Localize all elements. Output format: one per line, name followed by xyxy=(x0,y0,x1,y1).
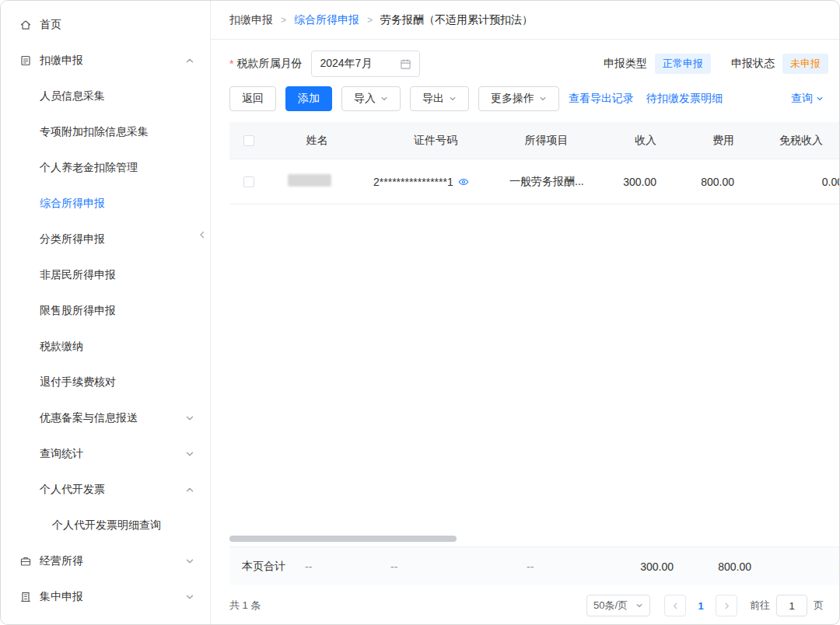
summary-income-item: -- xyxy=(523,560,604,573)
income-value: 300.00 xyxy=(587,176,669,188)
page-size-select[interactable]: 50条/页 xyxy=(586,595,650,616)
chevron-down-icon xyxy=(816,95,824,103)
id-number-value: 2****************1 xyxy=(373,176,453,188)
sidebar-item-personal-invoice-detail-query[interactable]: 个人代开发票明细查询 xyxy=(1,508,210,543)
sidebar-item-home[interactable]: 首页 xyxy=(1,7,210,43)
declare-type-label: 申报类型 xyxy=(604,57,647,71)
chevron-left-icon xyxy=(198,230,207,239)
column-header-income: 收入 xyxy=(587,134,669,148)
declare-type-badge: 正常申报 xyxy=(655,54,711,74)
sidebar-collapse-handle[interactable] xyxy=(196,223,208,246)
sidebar-item-tax-payment[interactable]: 税款缴纳 xyxy=(1,329,210,365)
page-title: 劳务报酬（不适用累计预扣法） xyxy=(380,13,533,27)
sidebar-item-label: 税款缴纳 xyxy=(40,340,83,354)
breadcrumb-item-withholding[interactable]: 扣缴申报 xyxy=(229,13,273,27)
app-window: 首页 扣缴申报 人员信息采集 专项附加扣除信息采集 个人养老金扣除管理 综合所得… xyxy=(0,0,840,625)
pagination-bar: 共 1 条 50条/页 1 前往 页 xyxy=(229,595,839,616)
sidebar-item-label: 个人代开发票 xyxy=(40,483,105,497)
sidebar-item-label: 查询统计 xyxy=(40,447,83,461)
chevron-down-icon xyxy=(185,414,194,423)
sidebar-item-query-statistics[interactable]: 查询统计 xyxy=(1,436,210,472)
breadcrumb-item-comprehensive-income[interactable]: 综合所得申报 xyxy=(294,13,359,27)
row-checkbox[interactable] xyxy=(243,176,254,187)
sidebar-item-nonresident-income[interactable]: 非居民所得申报 xyxy=(1,257,210,293)
chevron-up-icon xyxy=(185,56,194,65)
import-button[interactable]: 导入 xyxy=(341,86,401,111)
table-header-row: 姓名 证件号码 所得项目 收入 费用 免税收入 xyxy=(229,122,839,159)
sidebar-item-withholding-declaration[interactable]: 扣缴申报 xyxy=(1,43,210,79)
pending-withholding-invoice-link[interactable]: 待扣缴发票明细 xyxy=(646,92,723,106)
chevron-down-icon xyxy=(185,557,194,566)
toolbar: 返回 添加 导入 导出 更多操作 查看导出记录 待扣缴发票明细 查询 xyxy=(229,86,839,111)
sidebar-item-label: 扣缴申报 xyxy=(40,54,83,68)
chevron-right-icon xyxy=(723,602,731,610)
tax-month-picker[interactable] xyxy=(311,51,420,77)
next-page-button[interactable] xyxy=(716,595,737,616)
tax-month-label: 税款所属月份 xyxy=(236,57,302,71)
back-button[interactable]: 返回 xyxy=(229,86,276,111)
sidebar-item-personal-invoice[interactable]: 个人代开发票 xyxy=(1,472,210,508)
view-export-records-link[interactable]: 查看导出记录 xyxy=(569,92,634,106)
summary-income: 300.00 xyxy=(604,560,686,573)
query-link-label: 查询 xyxy=(791,92,813,106)
import-button-label: 导入 xyxy=(354,92,376,106)
column-header-income-item: 所得项目 xyxy=(506,134,587,148)
tax-month-input[interactable] xyxy=(320,58,400,70)
table-row[interactable]: 2****************1 一般劳务报酬... 300.00 800.… xyxy=(229,159,839,204)
breadcrumb: 扣缴申报 > 综合所得申报 > 劳务报酬（不适用累计预扣法） xyxy=(211,1,839,40)
reveal-id-icon[interactable] xyxy=(458,176,469,187)
sidebar-item-label: 综合所得申报 xyxy=(40,197,105,211)
sidebar-item-label: 专项附加扣除信息采集 xyxy=(40,125,149,139)
table-empty-space xyxy=(229,204,839,546)
income-item-value: 一般劳务报酬... xyxy=(506,175,587,189)
sidebar-item-label: 首页 xyxy=(40,18,61,32)
sidebar-item-label: 非居民所得申报 xyxy=(40,268,116,282)
declare-status-label: 申报状态 xyxy=(731,57,775,71)
sidebar-item-label: 限售股所得申报 xyxy=(40,304,116,318)
centralized-declaration-icon xyxy=(19,591,32,603)
tax-free-income-value: 0.00 xyxy=(747,176,839,188)
column-header-name: 姓名 xyxy=(268,134,366,148)
redacted-name xyxy=(288,174,331,187)
current-page[interactable]: 1 xyxy=(691,600,711,612)
sidebar-item-centralized-declaration[interactable]: 集中申报 xyxy=(1,579,210,615)
select-all-checkbox[interactable] xyxy=(243,135,254,146)
sidebar: 首页 扣缴申报 人员信息采集 专项附加扣除信息采集 个人养老金扣除管理 综合所得… xyxy=(1,1,211,624)
data-table: 姓名 证件号码 所得项目 收入 费用 免税收入 2***************… xyxy=(229,122,839,585)
export-button[interactable]: 导出 xyxy=(410,86,469,111)
sidebar-item-label: 人员信息采集 xyxy=(40,89,105,103)
sidebar-item-special-deduction-info[interactable]: 专项附加扣除信息采集 xyxy=(1,114,210,150)
chevron-up-icon xyxy=(185,485,194,494)
sidebar-item-label: 退付手续费核对 xyxy=(40,375,116,389)
export-button-label: 导出 xyxy=(422,92,444,106)
chevron-down-icon xyxy=(185,592,194,602)
main-panel: 扣缴申报 > 综合所得申报 > 劳务报酬（不适用累计预扣法） * 税款所属月份 … xyxy=(211,1,839,624)
column-header-fee: 费用 xyxy=(669,134,747,148)
filter-bar: * 税款所属月份 申报类型 正常申报 申报状态 未申报 xyxy=(229,51,839,77)
breadcrumb-separator: > xyxy=(281,15,286,26)
breadcrumb-separator: > xyxy=(367,15,373,26)
total-count: 共 1 条 xyxy=(229,599,261,613)
sidebar-item-pension-deduction[interactable]: 个人养老金扣除管理 xyxy=(1,150,210,186)
goto-page-input[interactable] xyxy=(776,595,807,616)
sidebar-item-business-income[interactable]: 经营所得 xyxy=(1,543,210,579)
add-button[interactable]: 添加 xyxy=(285,86,332,111)
prev-page-button[interactable] xyxy=(664,595,686,616)
summary-label: 本页合计 xyxy=(229,560,285,574)
query-link[interactable]: 查询 xyxy=(791,92,824,106)
sidebar-item-label: 经营所得 xyxy=(40,554,83,568)
calendar-icon xyxy=(400,58,411,70)
chevron-left-icon xyxy=(671,602,680,610)
horizontal-scrollbar[interactable] xyxy=(229,536,457,542)
sidebar-item-personnel-info[interactable]: 人员信息采集 xyxy=(1,79,210,114)
summary-name: -- xyxy=(285,560,383,573)
sidebar-item-preferential-filing[interactable]: 优惠备案与信息报送 xyxy=(1,400,210,436)
more-actions-button[interactable]: 更多操作 xyxy=(478,86,559,111)
sidebar-item-restricted-shares[interactable]: 限售股所得申报 xyxy=(1,293,210,329)
sidebar-item-label: 分类所得申报 xyxy=(40,232,105,246)
chevron-down-icon xyxy=(185,449,194,459)
sidebar-item-comprehensive-income[interactable]: 综合所得申报 xyxy=(1,186,210,222)
sidebar-item-refund-fee-check[interactable]: 退付手续费核对 xyxy=(1,365,210,400)
sidebar-item-classified-income[interactable]: 分类所得申报 xyxy=(1,222,210,257)
chevron-down-icon xyxy=(539,95,547,103)
